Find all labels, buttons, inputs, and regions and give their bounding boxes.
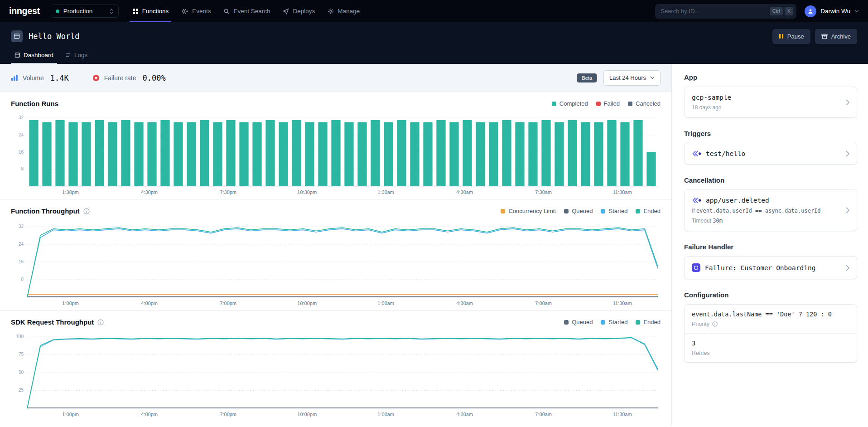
chevron-updown-icon (109, 8, 114, 15)
svg-text:10:00pm: 10:00pm (297, 301, 317, 306)
svg-text:4:00pm: 4:00pm (141, 412, 158, 417)
time-range-value: Last 24 Hours (609, 74, 646, 81)
function-throughput-section: Function Throughput Concurrency LimitQue… (0, 199, 671, 311)
svg-text:8: 8 (21, 166, 24, 171)
time-range-select[interactable]: Last 24 Hours (603, 70, 661, 86)
failure-handler-card[interactable]: Failure: Customer Onboarding (684, 256, 857, 279)
svg-text:4:00am: 4:00am (456, 301, 473, 306)
priority-label: Priority (692, 321, 849, 327)
legend-item: Started (601, 208, 627, 214)
events-icon (181, 8, 188, 15)
window-icon (14, 33, 20, 39)
tab-label: Dashboard (24, 52, 53, 58)
legend-item: Completed (552, 100, 588, 107)
manage-icon (328, 8, 334, 15)
tab-logs[interactable]: Logs (62, 47, 91, 64)
function-app-icon (11, 30, 23, 42)
volume-bars-icon (11, 74, 18, 81)
legend-swatch (636, 209, 640, 214)
svg-text:16: 16 (19, 150, 24, 155)
dashboard-icon (14, 52, 20, 58)
logs-icon (65, 52, 71, 58)
nav-item-manage[interactable]: Manage (321, 0, 366, 22)
svg-text:1:00pm: 1:00pm (62, 301, 79, 306)
legend-swatch (501, 209, 505, 214)
nav-item-event-search[interactable]: Event Search (217, 0, 276, 22)
search-icon (223, 8, 230, 15)
legend-item: Ended (636, 208, 661, 214)
legend-label: Queued (572, 319, 593, 325)
nav-item-functions[interactable]: Functions (126, 0, 175, 22)
functions-icon (132, 8, 139, 15)
function-runs-section: Function Runs CompletedFailedCanceled 81… (0, 92, 671, 199)
pause-label: Pause (787, 33, 804, 40)
svg-text:10:00pm: 10:00pm (297, 412, 317, 417)
cancellation-card[interactable]: app/user.deleted If event.data.userId ==… (684, 189, 857, 231)
legend-swatch (552, 102, 556, 106)
inngest-logo[interactable]: inngest (9, 6, 40, 16)
svg-text:7:00pm: 7:00pm (220, 301, 236, 306)
legend-label: Ended (643, 208, 661, 214)
nav-label: Events (192, 8, 211, 15)
svg-text:100: 100 (16, 334, 24, 339)
app-card[interactable]: gcp-sample 18 days ago (684, 87, 857, 118)
svg-text:24: 24 (19, 242, 24, 247)
function-runs-title: Function Runs (11, 100, 58, 107)
chevron-down-icon (650, 76, 655, 79)
svg-text:1:30pm: 1:30pm (62, 189, 79, 195)
configuration-section: Configuration event.data.lastName == 'Do… (684, 291, 857, 363)
svg-text:4:30pm: 4:30pm (141, 189, 158, 195)
cancellation-if-condition: If event.data.userId == async.data.userI… (692, 208, 841, 214)
legend-swatch (596, 102, 601, 106)
app-section: App gcp-sample 18 days ago (684, 73, 857, 118)
nav-item-events[interactable]: Events (175, 0, 217, 22)
search-input[interactable] (661, 8, 768, 15)
nav-right: Ctrl K Darwin Wu (655, 4, 859, 19)
svg-text:4:30am: 4:30am (456, 189, 473, 195)
environment-switcher[interactable]: Production (51, 5, 119, 18)
tab-dashboard[interactable]: Dashboard (11, 47, 57, 64)
sdk-request-throughput-chart: 2550751001:00pm4:00pm7:00pm10:00pm1:00am… (11, 329, 661, 419)
nav-item-deploys[interactable]: Deploys (276, 0, 321, 22)
legend-item: Queued (564, 208, 593, 214)
user-menu[interactable]: Darwin Wu (805, 5, 859, 17)
svg-text:75: 75 (19, 352, 24, 357)
search-box[interactable]: Ctrl K (655, 4, 796, 19)
event-icon (692, 150, 701, 157)
user-name: Darwin Wu (820, 8, 850, 15)
info-icon[interactable] (712, 321, 718, 327)
volume-value: 1.4K (50, 73, 69, 82)
pause-button[interactable]: Pause (772, 29, 810, 44)
legend-swatch (628, 102, 632, 106)
legend-label: Queued (572, 208, 593, 214)
cancellation-event-name: app/user.deleted (706, 197, 769, 204)
legend-label: Canceled (636, 100, 661, 107)
svg-text:7:30am: 7:30am (535, 189, 552, 195)
info-icon[interactable] (97, 319, 104, 325)
legend-label: Started (608, 319, 627, 325)
svg-text:50: 50 (19, 370, 24, 375)
cancellation-heading: Cancellation (684, 176, 857, 184)
legend-item: Ended (636, 319, 661, 325)
trigger-card[interactable]: test/hello (684, 143, 857, 165)
archive-button[interactable]: Archive (815, 29, 857, 44)
failure-circle-x-icon (92, 74, 100, 82)
info-icon[interactable] (83, 208, 90, 214)
function-throughput-chart: 81624321:00pm4:00pm7:00pm10:00pm1:00am4:… (11, 218, 661, 308)
legend-item: Queued (564, 319, 593, 325)
nav-label: Functions (142, 8, 169, 15)
function-runs-legend: CompletedFailedCanceled (552, 100, 661, 107)
beta-badge: Beta (577, 73, 597, 82)
legend-item: Concurrency Limit (501, 208, 556, 214)
function-throughput-legend: Concurrency LimitQueuedStartedEnded (501, 208, 661, 214)
function-throughput-title: Function Throughput (11, 207, 80, 215)
legend-label: Started (608, 208, 627, 214)
triggers-heading: Triggers (684, 130, 857, 137)
svg-text:25: 25 (19, 388, 24, 393)
primary-nav: Functions Events Event Search Deploys (126, 0, 366, 22)
legend-swatch (636, 320, 640, 325)
svg-text:8: 8 (21, 277, 24, 282)
env-status-dot (56, 10, 59, 13)
svg-text:11:30am: 11:30am (613, 301, 632, 306)
event-icon (692, 197, 701, 204)
